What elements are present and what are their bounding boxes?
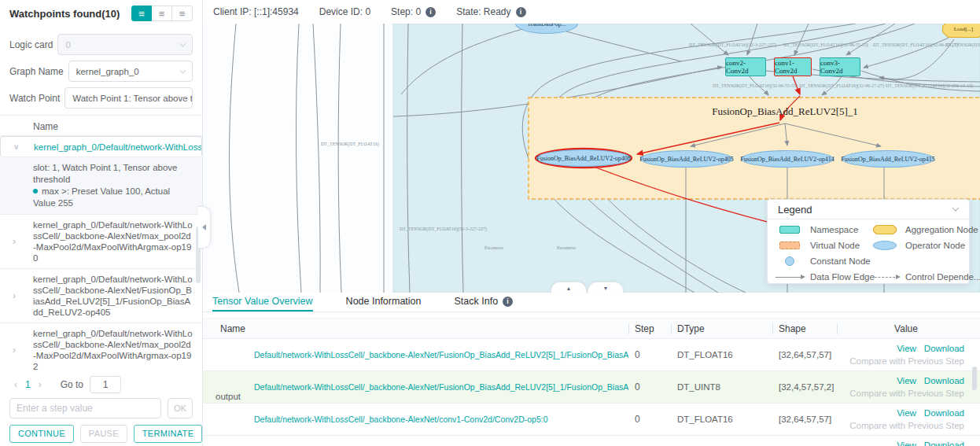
chevron-down-icon: [180, 41, 186, 47]
panel-expand-up-button[interactable]: ▲: [551, 282, 587, 293]
view-link[interactable]: View: [897, 408, 916, 418]
prev-page-button[interactable]: ‹: [9, 379, 22, 390]
continue-button[interactable]: CONTINUE: [9, 425, 74, 443]
debugger-actions: CONTINUE PAUSE TERMINATE: [0, 421, 202, 446]
edge-label: DT_TENSOR[DT_FLOAT16](32-96-55-55): [783, 42, 868, 47]
view-link[interactable]: View: [897, 376, 916, 385]
state-indicator: State: Ready i: [456, 6, 525, 17]
namespace-node-conv1[interactable]: conv1-Conv2d: [774, 57, 812, 76]
sidebar-collapse-handle[interactable]: [198, 206, 211, 249]
watchpoint-item[interactable]: kernel_graph_0/Default/network-WithLossC…: [0, 269, 202, 323]
table-row-partial: ViewDownload Compare with Previous Step: [203, 436, 980, 446]
graph-canvas[interactable]: TransData-op... Load[...] conv2-Conv2d c…: [203, 24, 980, 293]
table-row: Default/network-WithLossCell/_backbone-A…: [203, 339, 980, 371]
tab-node-information[interactable]: Node Information: [346, 293, 422, 311]
goto-label: Go to: [61, 379, 83, 390]
view-link[interactable]: View: [897, 344, 916, 353]
virtual-node-swatch: [779, 241, 800, 249]
table-row: Default/network-WithLossCell/_backbone-A…: [203, 404, 980, 436]
edge-label: Parameter: [557, 245, 576, 250]
step-indicator: Step: 0 i: [391, 6, 436, 17]
ok-button[interactable]: OK: [168, 398, 193, 418]
compare-previous-step: Compare with Previous Step: [849, 356, 964, 366]
watchpoint-list-header: Name: [0, 116, 202, 136]
chevron-right-icon[interactable]: [13, 345, 16, 356]
filter-fields: Logic card 0 Graph Name kernel_graph_0 W…: [0, 27, 202, 116]
logic-card-label: Logic card: [9, 39, 53, 50]
current-page[interactable]: 1: [22, 379, 34, 390]
download-link[interactable]: Download: [924, 440, 964, 446]
logic-card-select[interactable]: 0: [57, 34, 193, 55]
data-flow-edge-swatch: [776, 277, 804, 278]
namespace-swatch: [779, 226, 800, 234]
namespace-node-conv2[interactable]: conv2-Conv2d: [725, 57, 766, 76]
download-link[interactable]: Download: [924, 408, 964, 418]
chevron-right-icon[interactable]: [13, 290, 16, 302]
edge-label: DT_TENSOR[DT_FLOAT16]: [321, 142, 379, 146]
watchpoint-slot-detail[interactable]: slot: 1, Watch Point 1, Tensor above thr…: [0, 157, 202, 215]
aggregation-node-swatch: [873, 225, 897, 234]
device-id: Device ID: 0: [319, 6, 370, 17]
chevron-right-icon[interactable]: [13, 236, 16, 248]
tree-view-button[interactable]: [152, 6, 172, 21]
watchpoints-sidebar: Watchpoints found(10) Logic card 0 Graph…: [0, 0, 203, 446]
client-ip: Client IP: [::1]:45934: [213, 6, 299, 17]
operator-node-op408[interactable]: FusionOp_BiasAdd_ReLUV2-op408: [536, 149, 631, 167]
aggregation-node-load[interactable]: Load[...]: [942, 24, 980, 38]
chevron-down-icon: [180, 68, 186, 74]
view-link[interactable]: View: [897, 440, 916, 446]
info-icon[interactable]: i: [516, 7, 526, 17]
watchpoint-item[interactable]: kernel_graph_0/Default/network-WithLossC…: [0, 215, 202, 269]
panel-collapse-down-button[interactable]: ▼: [588, 282, 624, 293]
compare-previous-step: Compare with Previous Step: [849, 389, 964, 398]
operator-node-op414[interactable]: FusionOp_BiasAdd_ReLUV2-op414: [741, 150, 834, 168]
goto-page-input[interactable]: [90, 376, 121, 393]
namespace-node-conv3[interactable]: conv3-Conv2d: [820, 57, 860, 76]
tensor-name-link[interactable]: Default/network-WithLossCell/_backbone-A…: [212, 382, 628, 392]
group-label-output: output: [216, 392, 241, 401]
info-icon[interactable]: i: [426, 7, 436, 17]
main-area: Client IP: [::1]:45934 Device ID: 0 Step…: [203, 0, 980, 446]
download-link[interactable]: Download: [924, 376, 964, 385]
hit-dot-icon: [33, 189, 38, 194]
list-view-button[interactable]: [131, 6, 152, 21]
tab-tensor-value-overview[interactable]: Tensor Value Overview: [212, 293, 313, 311]
operator-node-op415[interactable]: FusionOp_BiasAdd_ReLUV2-op415: [842, 150, 934, 168]
table-row-highlighted: Default/network-WithLossCell/_backbone-A…: [203, 371, 980, 404]
step-control: OK: [0, 396, 202, 421]
operator-node-swatch: [873, 241, 897, 250]
table-header: Name Step DType Shape Value: [203, 318, 980, 339]
debugger-app: Watchpoints found(10) Logic card 0 Graph…: [0, 0, 980, 446]
graph-name-select[interactable]: kernel_graph_0: [68, 61, 193, 82]
tensor-table: Name Step DType Shape Value Default/netw…: [203, 318, 980, 446]
edge-label: Parameter: [484, 245, 503, 250]
legend-panel: Legend Namespace Aggregation Node Virtua…: [767, 199, 970, 284]
table-scrollbar[interactable]: [972, 367, 977, 390]
info-icon[interactable]: i: [503, 297, 513, 307]
graph-name-label: Graph Name: [9, 66, 64, 77]
tab-stack-info[interactable]: Stack Info i: [455, 293, 514, 311]
table-view-button[interactable]: [172, 6, 193, 21]
tensor-panel: Tensor Value Overview Node Information S…: [203, 293, 980, 446]
download-link[interactable]: Download: [924, 344, 964, 353]
tensor-name-link[interactable]: Default/network-WithLossCell/_backbone-A…: [212, 415, 628, 424]
edge-label: DT_TENSOR[DT_FLOAT16](32-256-13-13): [945, 42, 980, 47]
virtual-namespace-title[interactable]: FusionOp_BiasAdd_ReLUV2[5]_1: [706, 105, 864, 118]
sidebar-header: Watchpoints found(10): [0, 0, 202, 27]
edge-label: DT_TENSOR[DT_FLOAT16](32-96-55-55): [713, 83, 798, 88]
panel-tabs: Tensor Value Overview Node Information S…: [203, 293, 980, 312]
edge-label: DT_TENSOR[DT_FLOAT16](32-3-227-227): [400, 227, 487, 231]
chevron-down-icon[interactable]: [13, 142, 19, 153]
view-toggle-group: [131, 6, 193, 21]
legend-header[interactable]: Legend: [768, 200, 969, 219]
watchpoint-item-selected[interactable]: kernel_graph_0/Default/network-WithLossC…: [0, 136, 202, 157]
next-page-button[interactable]: ›: [34, 379, 46, 390]
edge-label: DT_TENSOR[DT_FLOAT16](32-3-227-227): [689, 42, 776, 47]
terminate-button[interactable]: TERMINATE: [134, 425, 202, 443]
watchpoint-item[interactable]: kernel_graph_0/Default/network-WithLossC…: [0, 323, 202, 374]
operator-node-op405[interactable]: FusionOp_BiasAdd_ReLUV2-op405: [640, 150, 733, 168]
step-value-input[interactable]: [9, 398, 161, 418]
pause-button[interactable]: PAUSE: [80, 425, 127, 443]
watch-point-select[interactable]: Watch Point 1: Tensor above threshold: [64, 87, 193, 109]
tensor-name-link[interactable]: Default/network-WithLossCell/_backbone-A…: [212, 350, 628, 359]
